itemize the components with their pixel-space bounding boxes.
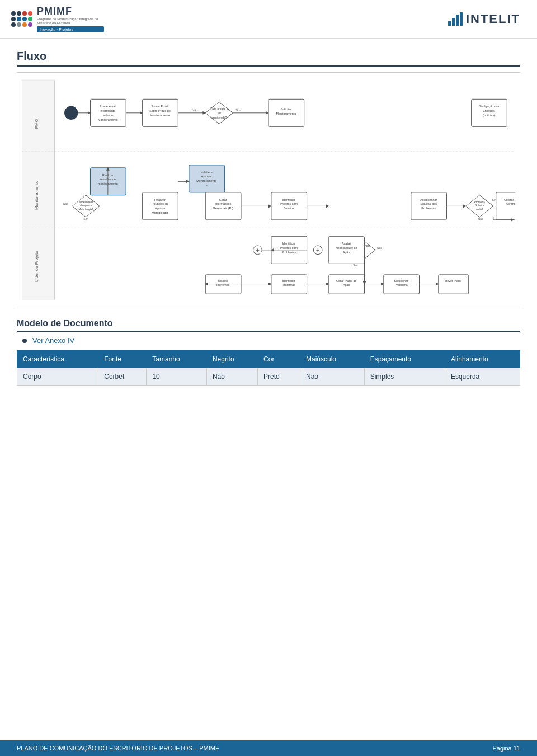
section-title: Fluxo: [17, 50, 520, 67]
svg-text:(notícias): (notícias): [483, 114, 495, 117]
svg-text:Aprendidas: Aprendidas: [506, 203, 515, 206]
cell-alinhamento: Esquerda: [445, 368, 520, 386]
svg-text:Metodologia: Metodologia: [152, 211, 168, 214]
svg-text:informando: informando: [100, 109, 115, 112]
col-header-espacamento: Espaçamento: [364, 351, 445, 368]
svg-text:Monitoramento: Monitoramento: [196, 180, 216, 183]
svg-text:Desvios: Desvios: [284, 207, 294, 210]
svg-text:Necessidade de: Necessidade de: [336, 246, 357, 250]
dot: [28, 22, 32, 27]
logo-tag: Inovação · Projetos: [37, 26, 104, 32]
svg-text:Problema: Problema: [474, 201, 485, 204]
svg-text:Problemas: Problemas: [421, 207, 436, 210]
col-header-tamanho: Tamanho: [147, 351, 207, 368]
col-header-maiusculo: Maiúsculo: [300, 351, 365, 368]
svg-text:Solucio-: Solucio-: [475, 205, 484, 208]
cell-caracteristica: Corpo: [17, 368, 98, 386]
intelit-logo: INTELIT: [448, 12, 520, 26]
svg-text:Aprovar: Aprovar: [201, 175, 212, 179]
flow-diagram: PMO Monitoramento Líder do Projeto Envia…: [17, 72, 520, 307]
table-row: Corpo Corbel 10 Não Preto Não Simples Es…: [17, 368, 520, 386]
flow-svg: PMO Monitoramento Líder do Projeto Envia…: [22, 77, 515, 302]
svg-text:Identificar: Identificar: [282, 198, 296, 201]
svg-text:Reuniões de: Reuniões de: [152, 203, 168, 206]
svg-text:Sobre Prazo do: Sobre Prazo do: [149, 109, 170, 112]
bar: [456, 15, 459, 26]
cell-negrito: Não: [206, 368, 257, 386]
svg-text:Monitoramento: Monitoramento: [276, 112, 296, 115]
svg-text:Líder do Projeto: Líder do Projeto: [34, 251, 39, 282]
svg-point-7: [64, 106, 78, 120]
footer-left-text: PLANO DE COMUNICAÇÃO DO ESCRITÓRIO DE PR…: [17, 745, 219, 752]
dot: [22, 11, 27, 16]
pmimf-subtitle: Programa de Modernização Integrada do Mi…: [37, 17, 104, 25]
svg-text:Sim: Sim: [235, 109, 241, 112]
document-table: Característica Fonte Tamanho Negrito Cor…: [17, 350, 520, 386]
pmimf-name: PMIMF: [37, 6, 104, 17]
svg-text:Apoio a: Apoio a: [155, 207, 165, 210]
svg-text:Falta projeto a: Falta projeto a: [210, 107, 228, 110]
svg-text:PMO: PMO: [34, 119, 39, 129]
svg-text:ser: ser: [217, 112, 221, 115]
dot: [17, 11, 21, 16]
svg-text:Validar e: Validar e: [201, 171, 213, 174]
svg-text:Problema: Problema: [395, 284, 408, 287]
svg-text:Coletar Lições: Coletar Lições: [504, 198, 515, 201]
svg-text:Ação: Ação: [343, 284, 350, 287]
svg-text:Não: Não: [63, 203, 68, 206]
dot: [11, 17, 16, 21]
svg-text:Enviar email: Enviar email: [100, 105, 116, 108]
col-header-alinhamento: Alinhamento: [445, 351, 520, 368]
svg-text:Metodologia?: Metodologia?: [78, 209, 93, 212]
dot: [28, 11, 32, 16]
svg-text:Monitoramento: Monitoramento: [98, 118, 118, 121]
svg-text:Rever Plano: Rever Plano: [445, 279, 461, 283]
svg-text:Necessidade: Necessidade: [79, 201, 93, 204]
svg-text:Avaliar: Avaliar: [342, 242, 351, 245]
svg-text:Sim: Sim: [83, 218, 88, 220]
modelo-item: Ver Anexo IV: [17, 336, 520, 345]
svg-text:Problemas: Problemas: [281, 251, 296, 254]
dot: [17, 22, 21, 27]
svg-text:Gerar: Gerar: [219, 198, 227, 201]
svg-rect-70: [496, 192, 515, 220]
svg-text:+: +: [256, 246, 260, 253]
svg-text:Não: Não: [192, 109, 199, 112]
svg-text:de Apoio a: de Apoio a: [80, 205, 92, 208]
dot: [11, 11, 16, 16]
svg-text:Não: Não: [377, 247, 382, 250]
main-content: Fluxo PMO Monitoramento Líder do Projeto…: [0, 39, 537, 397]
intelit-bars-icon: [448, 12, 463, 26]
svg-text:Gerenciais (RI): Gerenciais (RI): [213, 207, 233, 210]
bar: [460, 12, 463, 26]
svg-rect-107: [439, 275, 469, 294]
modelo-link: Ver Anexo IV: [32, 336, 74, 345]
svg-text:Acompanhar: Acompanhar: [420, 198, 437, 201]
cell-maiusculo: Não: [300, 368, 365, 386]
svg-text:+: +: [316, 246, 320, 253]
col-header-negrito: Negrito: [206, 351, 257, 368]
svg-text:Monitoramento: Monitoramento: [150, 114, 170, 117]
svg-text:Informações: Informações: [215, 203, 232, 206]
modelo-section: Modelo de Documento Ver Anexo IV Caracte…: [17, 318, 520, 386]
dot: [17, 17, 21, 21]
logo-text: PMIMF Programa de Modernização Integrada…: [37, 6, 104, 32]
dot: [22, 22, 27, 27]
svg-text:Solução dos: Solução dos: [420, 203, 437, 206]
cell-cor: Preto: [258, 368, 300, 386]
footer-page-number: Página 11: [492, 745, 520, 752]
modelo-title: Modelo de Documento: [17, 318, 520, 332]
dot: [22, 17, 27, 21]
svg-text:Solicitar: Solicitar: [281, 107, 291, 111]
svg-text:Monitoramento: Monitoramento: [34, 180, 39, 210]
svg-text:Sim: Sim: [353, 265, 357, 267]
svg-text:s: s: [206, 184, 208, 187]
page-footer: PLANO DE COMUNICAÇÃO DO ESCRITÓRIO DE PR…: [0, 740, 537, 756]
bar: [452, 18, 455, 26]
svg-text:Realizar: Realizar: [154, 198, 166, 201]
svg-text:Projetos com: Projetos com: [280, 203, 298, 206]
cell-tamanho: 10: [147, 368, 207, 386]
table-header-row: Característica Fonte Tamanho Negrito Cor…: [17, 351, 520, 368]
svg-text:Identificar: Identificar: [282, 242, 296, 245]
svg-text:Enviar Email: Enviar Email: [152, 105, 168, 108]
